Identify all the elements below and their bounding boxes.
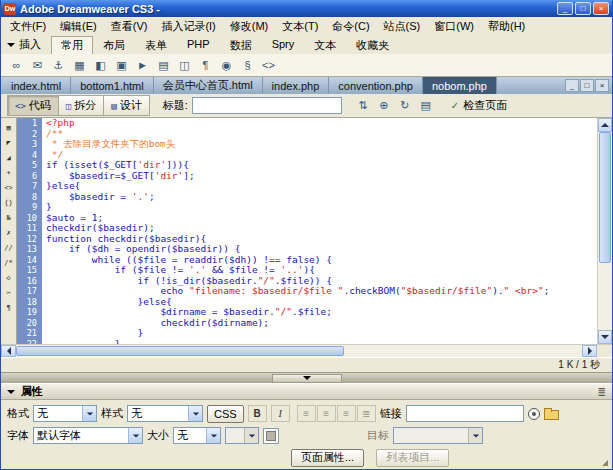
collapse-selection-icon[interactable]: ◢ [2, 151, 16, 164]
list-items-button[interactable]: 列表项目... [376, 449, 449, 467]
doc-tab[interactable]: 会员中心首页.html [154, 77, 263, 94]
check-page-button[interactable]: ✓ 检查页面 [445, 96, 513, 115]
insert-tab[interactable]: 表单 [135, 36, 177, 54]
horizontal-scroll-thumb[interactable] [16, 346, 344, 356]
preview-browser-icon[interactable]: ⊕ [375, 97, 393, 115]
format-select[interactable]: 无 [33, 405, 97, 422]
tag-chooser-icon[interactable]: <> [259, 56, 278, 74]
insert-tab[interactable]: PHP [177, 36, 220, 54]
insert-tab[interactable]: 布局 [93, 36, 135, 54]
scroll-up-button[interactable] [598, 118, 612, 132]
design-view-button[interactable]: ▤设计 [103, 95, 149, 116]
table-icon[interactable]: ▦ [70, 56, 89, 74]
scroll-left-button[interactable] [1, 345, 16, 357]
insert-tab[interactable]: 收藏夹 [346, 36, 399, 54]
comment-icon[interactable]: ¶ [196, 56, 215, 74]
horizontal-scrollbar[interactable] [1, 344, 612, 357]
insert-div-icon[interactable]: ◧ [91, 56, 110, 74]
italic-button[interactable]: I [271, 405, 290, 422]
point-to-file-icon[interactable] [528, 408, 540, 420]
insert-tab[interactable]: 常用 [51, 36, 93, 54]
font-select[interactable]: 默认字体 [33, 427, 143, 444]
media-icon[interactable]: ► [133, 56, 152, 74]
insert-tab[interactable]: 数据 [220, 36, 262, 54]
vertical-scroll-thumb[interactable] [599, 132, 611, 263]
align-center-icon[interactable]: ≡ [317, 405, 336, 422]
doc-tab[interactable]: index.php [263, 77, 330, 94]
align-right-icon[interactable]: ≡ [337, 405, 356, 422]
doc-tab[interactable]: bottom1.html [71, 77, 154, 94]
doc-tab[interactable]: nobom.php [423, 77, 497, 94]
splitter-grip[interactable] [272, 374, 342, 383]
balance-braces-icon[interactable]: {} [2, 196, 16, 209]
target-select[interactable] [393, 427, 483, 444]
doc-tab[interactable]: index.html [2, 77, 71, 94]
link-input[interactable] [406, 405, 524, 422]
wrap-tag-icon[interactable]: ◇ [2, 271, 16, 284]
page-properties-button[interactable]: 页面属性... [291, 449, 364, 467]
line-numbers-icon[interactable]: № [2, 211, 16, 224]
server-include-icon[interactable]: ◫ [175, 56, 194, 74]
maximize-button[interactable]: □ [575, 2, 591, 15]
insert-tab[interactable]: 文本 [304, 36, 346, 54]
insert-bar-menu[interactable]: 插入 [5, 37, 51, 54]
hyperlink-icon[interactable]: ∞ [7, 56, 26, 74]
doc-minimize-icon[interactable]: _ [565, 79, 579, 92]
align-justify-icon[interactable]: ≣ [357, 405, 376, 422]
file-management-icon[interactable]: ⇅ [354, 97, 372, 115]
view-options-icon[interactable]: ▤ [417, 97, 435, 115]
text-color-picker[interactable] [263, 428, 279, 444]
named-anchor-icon[interactable]: ⚓ [49, 56, 68, 74]
scroll-right-button[interactable] [582, 345, 597, 357]
horizontal-scroll-track[interactable] [16, 345, 582, 357]
date-icon[interactable]: ▤ [154, 56, 173, 74]
close-button[interactable]: × [593, 2, 609, 15]
remove-comment-icon[interactable]: /* [2, 256, 16, 269]
size-unit-select[interactable] [225, 427, 259, 444]
expand-all-icon[interactable]: + [2, 166, 16, 179]
highlight-invalid-icon[interactable]: ✗ [2, 226, 16, 239]
open-documents-icon[interactable]: ▤ [2, 121, 16, 134]
minimize-button[interactable]: _ [557, 2, 573, 15]
panel-splitter[interactable] [1, 372, 612, 383]
menu-item[interactable]: 站点(S) [377, 17, 428, 36]
apply-comment-icon[interactable]: // [2, 241, 16, 254]
menu-item[interactable]: 命令(C) [325, 17, 376, 36]
panel-expander-icon[interactable] [602, 460, 608, 466]
panel-menu-icon[interactable]: ≣ [598, 386, 606, 397]
select-parent-tag-icon[interactable]: <> [2, 181, 16, 194]
image-icon[interactable]: ▣ [112, 56, 131, 74]
insert-tab[interactable]: Spry [262, 36, 305, 54]
scroll-down-button[interactable] [598, 330, 612, 344]
menu-item[interactable]: 窗口(W) [427, 17, 481, 36]
bold-button[interactable]: B [248, 405, 267, 422]
doc-close-icon[interactable]: × [595, 79, 609, 92]
menu-item[interactable]: 修改(M) [223, 17, 276, 36]
properties-header[interactable]: 属性 ≣ [1, 384, 612, 400]
title-input[interactable] [192, 97, 342, 114]
align-left-icon[interactable]: ≡ [297, 405, 316, 422]
menu-item[interactable]: 文件(F) [3, 17, 53, 36]
vertical-scrollbar[interactable] [597, 118, 612, 344]
collapse-full-tag-icon[interactable]: ◤ [2, 136, 16, 149]
menu-item[interactable]: 编辑(E) [53, 17, 104, 36]
menu-item[interactable]: 文本(T) [275, 17, 325, 36]
menu-item[interactable]: 帮助(H) [481, 17, 532, 36]
css-button[interactable]: CSS [207, 405, 244, 423]
vertical-scroll-track[interactable] [598, 132, 612, 330]
doc-tab[interactable]: convention.php [329, 77, 423, 94]
code-view-button[interactable]: <>代码 [7, 95, 59, 116]
recent-snippets-icon[interactable]: ✂ [2, 286, 16, 299]
menu-item[interactable]: 插入记录(I) [154, 17, 222, 36]
email-link-icon[interactable]: ✉ [28, 56, 47, 74]
size-select[interactable]: 无 [173, 427, 221, 444]
style-select[interactable]: 无 [127, 405, 203, 422]
code-area[interactable]: 1<?php2/**3 * 去除目录文件夹下的bom头4 */5if (isse… [17, 118, 597, 344]
split-view-button[interactable]: ◫拆分 [58, 95, 104, 116]
menu-item[interactable]: 查看(V) [104, 17, 155, 36]
refresh-icon[interactable]: ↻ [396, 97, 414, 115]
doc-restore-icon[interactable]: □ [580, 79, 594, 92]
head-icon[interactable]: ◉ [217, 56, 236, 74]
script-icon[interactable]: § [238, 56, 257, 74]
browse-folder-icon[interactable] [544, 410, 559, 420]
